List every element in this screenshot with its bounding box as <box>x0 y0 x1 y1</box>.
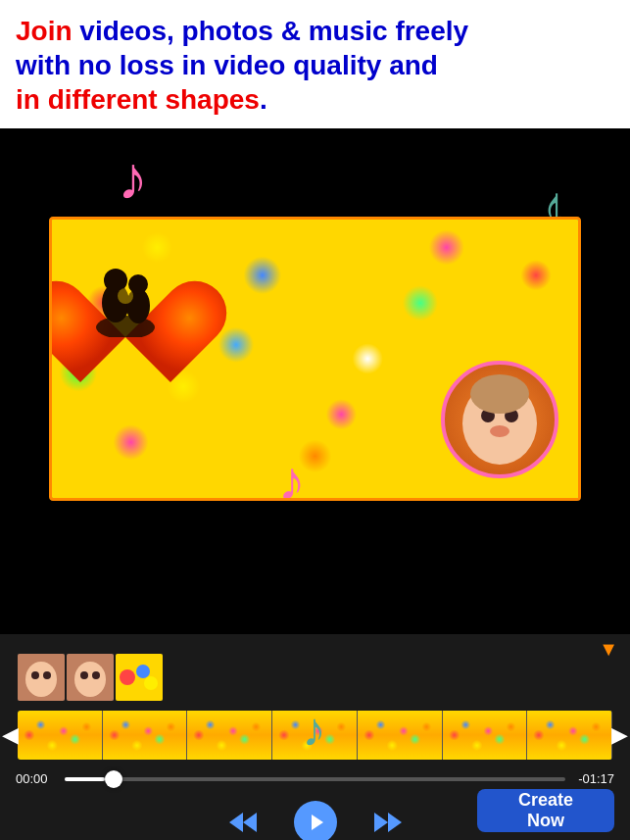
rewind-button[interactable] <box>221 801 265 840</box>
time-end: -01:17 <box>573 771 614 786</box>
progress-fill <box>65 777 105 781</box>
svg-point-20 <box>120 669 135 685</box>
timeline-thumbnail-strip[interactable] <box>0 652 630 703</box>
svg-marker-23 <box>229 813 243 832</box>
thumb-2[interactable] <box>67 654 114 701</box>
video-preview[interactable]: ♪ <box>49 217 581 501</box>
svg-point-22 <box>144 676 158 690</box>
play-button[interactable] <box>294 801 337 840</box>
headline: Join videos, photos & music freely with … <box>16 14 468 117</box>
create-now-button[interactable]: Create Now <box>477 789 614 832</box>
forward-button[interactable] <box>366 801 410 840</box>
timeline-seg-2[interactable] <box>103 711 188 760</box>
circle-overlay <box>441 361 558 478</box>
header-section: Join videos, photos & music freely with … <box>0 0 630 128</box>
svg-point-10 <box>470 374 529 414</box>
timeline-seg-7[interactable] <box>527 711 612 760</box>
svg-marker-26 <box>374 813 388 832</box>
heart-silhouette <box>70 247 181 349</box>
svg-point-21 <box>136 665 150 678</box>
svg-point-17 <box>80 671 88 679</box>
timeline-seg-1[interactable] <box>18 711 103 760</box>
progress-thumb[interactable] <box>105 770 122 788</box>
thumb-3[interactable] <box>116 654 163 701</box>
music-note-video-bottom: ♪ <box>278 449 306 501</box>
svg-point-5 <box>118 288 133 304</box>
timeline-nav-right[interactable]: ▶ <box>611 722 628 748</box>
svg-marker-24 <box>243 813 257 832</box>
svg-point-12 <box>25 662 57 697</box>
progress-bar[interactable] <box>65 777 565 781</box>
svg-point-14 <box>43 671 51 679</box>
main-video-area: ♪ ♪ <box>0 128 630 648</box>
thumb-1[interactable] <box>18 654 65 701</box>
progress-area: 00:00 -01:17 <box>0 771 630 786</box>
timeline-seg-5[interactable] <box>358 711 443 760</box>
svg-point-13 <box>31 671 39 679</box>
headline-period: . <box>260 84 267 115</box>
headline-join: Join <box>16 16 79 46</box>
video-background <box>52 220 578 498</box>
svg-marker-25 <box>312 815 323 830</box>
time-start: 00:00 <box>16 771 57 786</box>
svg-point-16 <box>74 662 106 697</box>
svg-marker-27 <box>388 813 402 832</box>
heart-overlay <box>62 239 189 367</box>
controls-area: ▼ <box>0 634 630 840</box>
create-now-label: Create Now <box>505 790 587 831</box>
headline-line3: in different shapes <box>16 84 260 115</box>
headline-line1: videos, photos & music freely <box>79 16 468 46</box>
timeline-seg-3[interactable] <box>187 711 272 760</box>
music-note-top-left: ♪ <box>118 148 148 209</box>
headline-line2: with no loss in video quality and <box>16 50 438 80</box>
timeline-nav-left[interactable]: ◀ <box>2 722 19 748</box>
svg-point-9 <box>490 425 509 437</box>
heart-shape <box>62 239 189 357</box>
timeline-seg-6[interactable] <box>443 711 528 760</box>
svg-point-18 <box>92 671 100 679</box>
music-note-timeline: ♪ <box>303 703 326 757</box>
